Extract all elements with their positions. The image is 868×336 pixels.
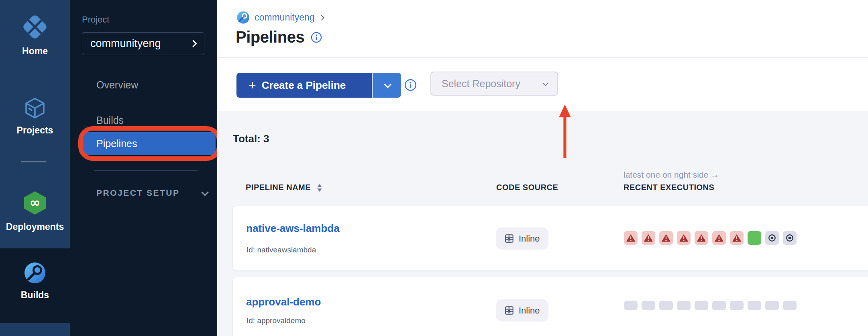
execution-status-empty — [748, 301, 761, 310]
rail-item-label: Builds — [0, 290, 70, 301]
page-header: communityeng Pipelines — [217, 0, 868, 57]
project-setup-label: PROJECT SETUP — [96, 188, 179, 197]
home-icon — [22, 14, 48, 40]
code-source-badge: Inline — [496, 299, 548, 322]
sidebar-item-overview[interactable]: Overview — [96, 79, 138, 91]
execution-status-aborted[interactable] — [765, 231, 779, 245]
executions-hint: latest one on right side → — [623, 170, 719, 180]
rail-item-home[interactable]: Home — [0, 14, 70, 57]
execution-status-error[interactable] — [677, 231, 691, 245]
deployments-icon: ∞ — [22, 190, 47, 216]
main-content: communityeng Pipelines + Create a Pipeli… — [217, 0, 868, 336]
execution-status-empty — [659, 301, 673, 310]
pipeline-row[interactable]: approval-demo Id: approvaldemo Inline — [233, 277, 868, 336]
execution-status-empty — [783, 301, 797, 310]
chevron-down-icon — [384, 81, 391, 88]
info-icon[interactable] — [311, 32, 322, 43]
sidebar-item-pipelines[interactable]: Pipelines — [83, 132, 216, 155]
code-source-label: Inline — [519, 234, 540, 244]
execution-status-error[interactable] — [624, 231, 638, 245]
chevron-right-icon — [189, 40, 197, 47]
execution-status-success[interactable] — [748, 231, 761, 245]
execution-status-error[interactable] — [712, 231, 726, 245]
breadcrumb: communityeng — [236, 11, 324, 24]
module-rail: Home Projects ∞ Deployments Builds — [0, 0, 70, 336]
column-header-code-source: CODE SOURCE — [496, 183, 558, 192]
pipeline-id: Id: nativeawslambda — [247, 246, 316, 254]
create-pipeline-button-group: + Create a Pipeline — [236, 73, 401, 98]
recent-executions — [624, 231, 797, 245]
project-label: Project — [82, 14, 109, 25]
execution-status-empty — [642, 301, 655, 310]
execution-status-empty — [765, 301, 779, 310]
chevron-down-icon — [201, 188, 208, 196]
breadcrumb-project-link[interactable]: communityeng — [255, 12, 315, 23]
execution-status-error[interactable] — [659, 231, 673, 245]
recent-executions — [624, 301, 797, 310]
builds-icon — [24, 262, 46, 284]
execution-status-error[interactable] — [695, 231, 708, 245]
pipeline-id: Id: approvaldemo — [247, 316, 306, 325]
project-selector[interactable]: communityeng — [82, 32, 204, 55]
project-selector-value: communityeng — [90, 37, 191, 50]
execution-status-error[interactable] — [730, 231, 744, 245]
chevron-down-icon — [542, 80, 549, 86]
execution-status-empty — [712, 301, 726, 310]
execution-status-empty — [677, 301, 691, 310]
rail-item-label: Home — [0, 46, 70, 57]
sidebar-divider — [94, 170, 198, 171]
rail-item-projects[interactable]: Projects — [0, 97, 70, 136]
execution-status-aborted[interactable] — [783, 231, 797, 245]
column-header-recent-executions: RECENT EXECUTIONS — [623, 183, 714, 192]
title-row: Pipelines — [236, 28, 322, 46]
page-title: Pipelines — [236, 28, 304, 46]
rail-item-deployments[interactable]: ∞ Deployments — [0, 190, 70, 232]
sidebar-item-label: Pipelines — [96, 138, 137, 150]
rail-item-label: Projects — [0, 125, 70, 136]
info-icon[interactable] — [404, 79, 417, 91]
sidebar-item-builds[interactable]: Builds — [96, 115, 124, 126]
projects-icon — [24, 97, 46, 119]
create-pipeline-label: Create a Pipeline — [262, 79, 346, 92]
create-pipeline-dropdown-button[interactable] — [373, 73, 401, 98]
breadcrumb-chevron-icon — [319, 14, 324, 20]
ci-module-icon — [236, 11, 250, 24]
repository-select-placeholder: Select Repository — [442, 78, 542, 90]
rail-divider — [21, 161, 47, 162]
svg-text:∞: ∞ — [30, 195, 41, 210]
rail-item-builds[interactable]: Builds — [0, 262, 70, 301]
pipeline-name-link[interactable]: approval-demo — [246, 296, 321, 308]
toolbar: + Create a Pipeline Select Repository — [217, 58, 868, 111]
inline-store-icon — [504, 234, 514, 244]
code-source-label: Inline — [519, 305, 540, 316]
total-count: Total: 3 — [233, 133, 269, 145]
rail-item-label: Deployments — [0, 221, 70, 232]
inline-store-icon — [504, 305, 514, 316]
execution-status-empty — [695, 301, 708, 310]
project-sidebar: Project communityeng Overview Builds Pip… — [70, 0, 217, 336]
pipeline-row[interactable]: native-aws-lambda Id: nativeawslambda In… — [233, 206, 868, 270]
code-source-badge: Inline — [496, 227, 548, 250]
repository-select[interactable]: Select Repository — [430, 72, 558, 96]
execution-status-empty — [624, 301, 638, 310]
sort-icon[interactable] — [317, 184, 322, 192]
project-setup-section[interactable]: PROJECT SETUP — [96, 188, 207, 198]
plus-icon: + — [249, 79, 256, 92]
create-pipeline-button[interactable]: + Create a Pipeline — [236, 73, 372, 98]
execution-status-error[interactable] — [642, 231, 655, 245]
column-header-pipeline-name[interactable]: PIPELINE NAME — [246, 183, 322, 192]
execution-status-empty — [730, 301, 744, 310]
pipeline-name-link[interactable]: native-aws-lambda — [246, 222, 340, 235]
